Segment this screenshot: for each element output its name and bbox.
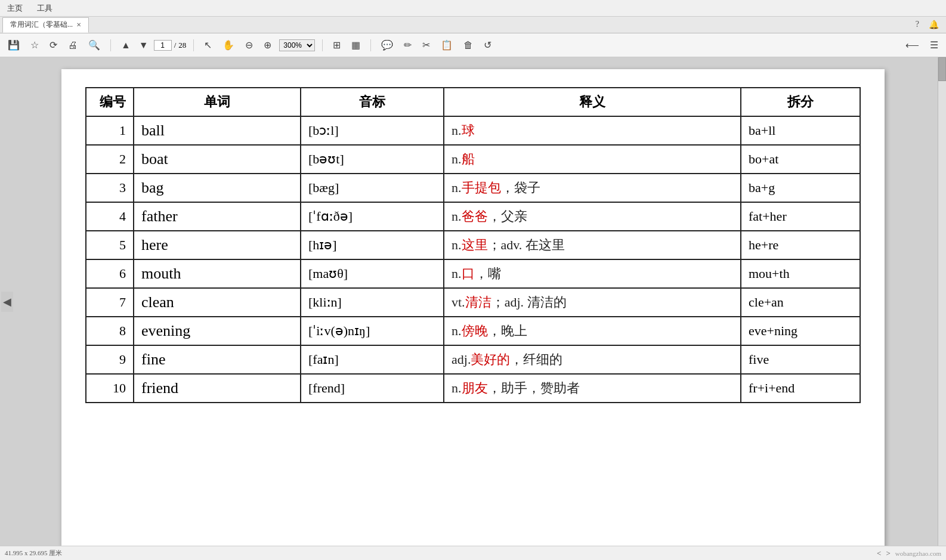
cell-meaning: n.船 bbox=[444, 145, 741, 174]
meaning-black: ，助手，赞助者 bbox=[488, 380, 580, 395]
magnify-icon[interactable]: 🔍 bbox=[85, 38, 103, 52]
refresh-icon[interactable]: ⟳ bbox=[47, 38, 60, 52]
status-bar: 41.995 x 29.695 厘米 < > wobangzhao.com bbox=[0, 546, 946, 560]
tab-bar: 常用词汇（零基础... ✕ ? 🔔 bbox=[0, 17, 946, 33]
cell-split: ba+ll bbox=[741, 116, 860, 145]
stamp-icon[interactable]: 📋 bbox=[438, 38, 456, 52]
meaning-red: 球 bbox=[462, 123, 475, 138]
vocabulary-table: 编号 单词 音标 释义 拆分 1 ball [bɔːl] n.球 ba+ll 2… bbox=[85, 87, 861, 403]
meaning-red: 手提包 bbox=[462, 180, 501, 195]
scissors-icon[interactable]: ✂ bbox=[419, 38, 433, 52]
divider-4 bbox=[370, 39, 371, 51]
cell-word: mouth bbox=[134, 259, 301, 288]
cell-num: 7 bbox=[86, 288, 134, 317]
cell-split: cle+an bbox=[741, 288, 860, 317]
cell-split: ba+g bbox=[741, 174, 860, 202]
table-row: 1 ball [bɔːl] n.球 ba+ll bbox=[86, 116, 860, 145]
cell-meaning: n.爸爸，父亲 bbox=[444, 202, 741, 231]
meaning-red: 这里 bbox=[462, 237, 488, 252]
notification-icon[interactable]: 🔔 bbox=[929, 20, 939, 30]
table-row: 2 boat [bəʊt] n.船 bo+at bbox=[86, 145, 860, 174]
cell-word: ball bbox=[134, 116, 301, 145]
zoom-select[interactable]: 300% 200% 150% 100% 75% bbox=[279, 39, 315, 51]
header-split: 拆分 bbox=[741, 88, 860, 116]
scrollbar-right[interactable] bbox=[938, 57, 946, 546]
cell-phonetic: [faɪn] bbox=[301, 345, 444, 374]
cell-split: bo+at bbox=[741, 145, 860, 174]
cell-meaning: n.球 bbox=[444, 116, 741, 145]
header-meaning: 释义 bbox=[444, 88, 741, 116]
cell-phonetic: [maʊθ] bbox=[301, 259, 444, 288]
cell-num: 5 bbox=[86, 231, 134, 259]
cell-phonetic: [ˈiːv(ə)nɪŋ] bbox=[301, 317, 444, 345]
pen-icon[interactable]: ✏ bbox=[401, 38, 415, 52]
cell-split: mou+th bbox=[741, 259, 860, 288]
page-separator: / bbox=[174, 41, 177, 50]
cell-word: evening bbox=[134, 317, 301, 345]
header-word: 单词 bbox=[134, 88, 301, 116]
divider-2 bbox=[193, 39, 194, 51]
cell-num: 4 bbox=[86, 202, 134, 231]
table-row: 8 evening [ˈiːv(ə)nɪŋ] n.傍晚，晚上 eve+ning bbox=[86, 317, 860, 345]
cell-num: 1 bbox=[86, 116, 134, 145]
watermark-text: wobangzhao.com bbox=[895, 550, 941, 557]
page-number-input[interactable] bbox=[154, 40, 172, 51]
table-row: 6 mouth [maʊθ] n.口，嘴 mou+th bbox=[86, 259, 860, 288]
undo-icon[interactable]: ↺ bbox=[481, 38, 494, 52]
two-page-icon[interactable]: ▦ bbox=[348, 38, 363, 52]
meaning-prefix: n. bbox=[452, 380, 462, 395]
cell-phonetic: [bæg] bbox=[301, 174, 444, 202]
cell-word: clean bbox=[134, 288, 301, 317]
status-nav-left[interactable]: < bbox=[877, 549, 881, 558]
tab-close-button[interactable]: ✕ bbox=[76, 21, 81, 28]
meaning-red: 朋友 bbox=[462, 380, 488, 395]
page-down-button[interactable]: ▼ bbox=[136, 38, 152, 52]
bookmark-icon[interactable]: ☆ bbox=[27, 38, 42, 52]
page-up-button[interactable]: ▲ bbox=[118, 38, 134, 52]
pdf-page: 编号 单词 音标 释义 拆分 1 ball [bɔːl] n.球 ba+ll 2… bbox=[61, 69, 885, 546]
delete-icon[interactable]: 🗑 bbox=[460, 38, 476, 52]
status-nav-right[interactable]: > bbox=[886, 549, 890, 558]
zoom-in-button[interactable]: ⊕ bbox=[261, 38, 274, 52]
zoom-out-button[interactable]: ⊖ bbox=[242, 38, 256, 52]
meaning-black: ；adv. 在这里 bbox=[488, 237, 565, 252]
meaning-black: ，纤细的 bbox=[510, 352, 562, 367]
active-tab[interactable]: 常用词汇（零基础... ✕ bbox=[2, 17, 89, 33]
cell-meaning: vt.清洁；adj. 清洁的 bbox=[444, 288, 741, 317]
menu-home[interactable]: 主页 bbox=[5, 2, 25, 15]
cursor-tool[interactable]: ↖ bbox=[201, 38, 215, 52]
cell-phonetic: [ˈfɑːðə] bbox=[301, 202, 444, 231]
meaning-prefix: n. bbox=[452, 180, 462, 195]
hand-tool[interactable]: ✋ bbox=[220, 38, 237, 52]
cell-word: father bbox=[134, 202, 301, 231]
cell-num: 2 bbox=[86, 145, 134, 174]
save-icon[interactable]: 💾 bbox=[5, 38, 23, 52]
meaning-prefix: n. bbox=[452, 237, 462, 252]
cell-meaning: n.这里；adv. 在这里 bbox=[444, 231, 741, 259]
right-tool-2[interactable]: ☰ bbox=[927, 38, 941, 52]
right-tool-1[interactable]: ⟵ bbox=[902, 38, 922, 52]
scrollbar-thumb[interactable] bbox=[938, 57, 946, 81]
meaning-prefix: n. bbox=[452, 151, 462, 166]
meaning-prefix: n. bbox=[452, 266, 462, 281]
fit-page-icon[interactable]: ⊞ bbox=[330, 38, 344, 52]
page-left-arrow[interactable]: ◀ bbox=[1, 292, 13, 312]
page-dimensions: 41.995 x 29.695 厘米 bbox=[5, 549, 62, 558]
meaning-black: ，晚上 bbox=[488, 323, 527, 338]
main-content-area: ◀ 编号 单词 音标 释义 拆分 1 ball [bɔːl] n.球 ba+ll bbox=[0, 57, 946, 546]
divider-3 bbox=[322, 39, 323, 51]
print-icon[interactable]: 🖨 bbox=[65, 38, 81, 52]
cell-num: 3 bbox=[86, 174, 134, 202]
help-icon[interactable]: ? bbox=[916, 20, 919, 30]
meaning-black: ，嘴 bbox=[475, 266, 501, 281]
cell-meaning: n.手提包，袋子 bbox=[444, 174, 741, 202]
cell-num: 10 bbox=[86, 374, 134, 403]
cell-split: eve+ning bbox=[741, 317, 860, 345]
cell-meaning: n.傍晚，晚上 bbox=[444, 317, 741, 345]
menu-tools[interactable]: 工具 bbox=[35, 2, 55, 15]
cell-split: fat+her bbox=[741, 202, 860, 231]
comment-icon[interactable]: 💬 bbox=[378, 38, 396, 52]
meaning-black: ；adj. 清洁的 bbox=[491, 295, 567, 310]
cell-num: 8 bbox=[86, 317, 134, 345]
meaning-prefix: n. bbox=[452, 209, 462, 224]
